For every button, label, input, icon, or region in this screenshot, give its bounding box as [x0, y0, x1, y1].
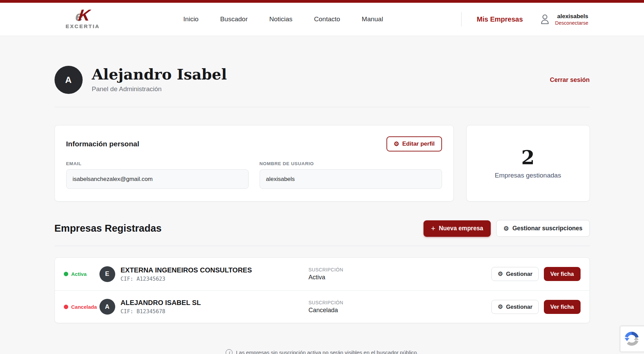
manage-label: Gestionar [506, 271, 533, 277]
nav-item-contacto[interactable]: Contacto [314, 15, 340, 23]
view-record-button[interactable]: Ver ficha [544, 267, 581, 281]
manage-subscriptions-label: Gestionar suscripciones [512, 225, 582, 232]
table-row: Activa E EXTERNA INGENEIROS CONSULTORES … [55, 258, 589, 290]
gear-icon: ⚙ [498, 271, 503, 277]
personal-info-card: Información personal ⚙ Editar perfil EMA… [55, 125, 454, 202]
footer-note-text: Las empresas sin suscripción activa no s… [236, 350, 418, 354]
page-title: Alejandro Isabel [92, 67, 227, 82]
company-name: EXTERNA INGENEIROS CONSULTORES [121, 266, 309, 274]
company-name: ALEJANDRO ISABEL SL [121, 299, 309, 307]
managed-companies-label: Empresas gestionadas [495, 172, 561, 179]
company-avatar: E [99, 266, 115, 282]
managed-companies-card: 2 Empresas gestionadas [466, 125, 590, 202]
manage-subscriptions-button[interactable]: ⚙ Gestionar suscripciones [496, 220, 589, 237]
recaptcha-icon [624, 331, 640, 347]
site-header: e K EXCERTIA Inicio Buscador Noticias Co… [0, 3, 644, 36]
edit-profile-label: Editar perfil [402, 141, 434, 147]
gear-icon: ⚙ [503, 225, 509, 232]
username-field[interactable] [260, 169, 442, 189]
company-avatar: A [99, 299, 115, 315]
companies-list: Activa E EXTERNA INGENEIROS CONSULTORES … [55, 257, 590, 323]
company-cif: CIF: B12345678 [121, 308, 309, 315]
brand-logo[interactable]: e K EXCERTIA [61, 9, 105, 29]
subscription-label: SUSCRIPCIÓN [309, 267, 492, 272]
companies-section-title: Empresas Registradas [55, 223, 424, 234]
subscription-value: Activa [309, 274, 492, 281]
status-badge: Cancelada [71, 304, 97, 310]
profile-divider [55, 107, 590, 107]
header-user-area: Mis Empresas alexisabels Desconectarse [461, 12, 589, 26]
table-row: Cancelada A ALEJANDRO ISABEL SL CIF: B12… [55, 290, 589, 323]
manage-label: Gestionar [506, 304, 533, 310]
page-subtitle: Panel de Administración [92, 85, 227, 93]
managed-companies-count: 2 [521, 148, 535, 167]
manage-button[interactable]: ⚙ Gestionar [491, 267, 538, 281]
nav-item-mis-empresas[interactable]: Mis Empresas [477, 15, 523, 23]
top-accent-bar [0, 0, 644, 3]
footer-note: i Las empresas sin suscripción activa no… [55, 349, 590, 354]
user-icon [539, 13, 550, 25]
username-label: alexisabels [557, 13, 588, 20]
new-company-label: Nueva empresa [439, 225, 483, 232]
close-session-link[interactable]: Cerrar sesión [550, 76, 589, 84]
email-label: EMAIL [66, 161, 249, 166]
header-divider [461, 12, 462, 26]
email-field[interactable] [66, 169, 249, 189]
company-cif: CIF: A12345623 [121, 276, 309, 282]
avatar: A [55, 66, 83, 94]
gear-icon: ⚙ [498, 304, 503, 310]
status-badge: Activa [71, 271, 87, 277]
manage-button[interactable]: ⚙ Gestionar [491, 300, 538, 314]
nav-item-manual[interactable]: Manual [362, 15, 383, 23]
profile-header: A Alejandro Isabel Panel de Administraci… [55, 66, 590, 94]
info-icon: i [226, 349, 232, 354]
gear-icon: ⚙ [394, 141, 399, 147]
brand-logo-wordmark: EXCERTIA [66, 23, 100, 29]
subscription-value: Cancelada [309, 307, 492, 314]
nav-item-buscador[interactable]: Buscador [220, 15, 248, 23]
subscription-label: SUSCRIPCIÓN [309, 300, 492, 305]
view-record-button[interactable]: Ver ficha [544, 300, 581, 314]
brand-logo-mark: e K [75, 9, 90, 23]
personal-info-title: Información personal [66, 140, 140, 148]
logout-link[interactable]: Desconectarse [555, 20, 588, 26]
plus-icon: + [431, 225, 436, 232]
username-field-label: NOMBRE DE USUARIO [260, 161, 442, 166]
status-dot [64, 272, 68, 276]
nav-item-inicio[interactable]: Inicio [183, 15, 199, 23]
user-block: alexisabels Desconectarse [555, 13, 588, 26]
edit-profile-button[interactable]: ⚙ Editar perfil [386, 136, 442, 151]
new-company-button[interactable]: + Nueva empresa [424, 220, 491, 237]
status-dot [64, 305, 68, 309]
main-nav: Inicio Buscador Noticias Contacto Manual [105, 15, 462, 23]
nav-item-noticias[interactable]: Noticias [269, 15, 293, 23]
companies-divider [55, 246, 590, 246]
recaptcha-badge[interactable] [620, 326, 644, 352]
